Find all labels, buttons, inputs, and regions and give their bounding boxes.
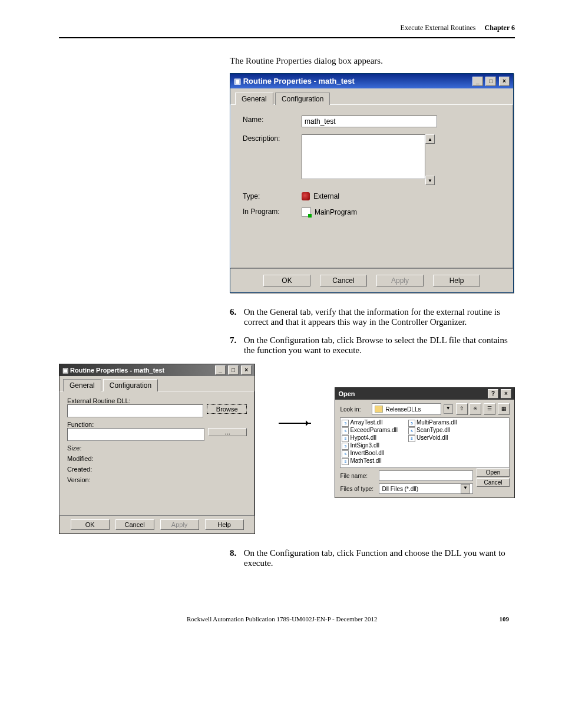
function-ellipsis-button[interactable]: ...	[208, 428, 247, 436]
version-label: Version:	[67, 476, 91, 483]
up-folder-icon[interactable]: ⇧	[456, 403, 468, 415]
dll-icon: s	[408, 427, 415, 434]
dll-icon: s	[342, 435, 349, 442]
help-button[interactable]: ?	[488, 389, 498, 398]
step-8-number: 8.	[230, 548, 242, 558]
file-item[interactable]: sInvertBool.dll	[342, 450, 398, 457]
in-program-value: MainProgram	[315, 208, 357, 216]
tab-panel-configuration: External Routine DLL: Browse Function: .…	[59, 391, 254, 516]
file-item[interactable]: sMultiParams.dll	[408, 419, 457, 427]
lookin-value: ReleaseDLLs	[385, 406, 421, 413]
maximize-button[interactable]: □	[485, 77, 496, 86]
titlebar[interactable]: ▣ Routine Properties - math_test _ □ ×	[230, 74, 513, 88]
close-button[interactable]: ×	[501, 389, 511, 398]
app-icon: ▣	[234, 77, 241, 85]
created-label: Created:	[67, 466, 92, 473]
type-value: External	[313, 192, 339, 200]
dll-icon: s	[408, 435, 415, 442]
close-button[interactable]: ×	[241, 365, 252, 375]
in-program-label: In Program:	[243, 207, 302, 216]
external-icon	[302, 192, 310, 200]
ok-button[interactable]: OK	[71, 519, 110, 530]
function-label: Function:	[67, 421, 247, 428]
step-7-number: 7.	[230, 335, 242, 345]
dialog-title: Routine Properties - math_test	[70, 367, 164, 374]
app-icon: ▣	[62, 367, 68, 374]
new-folder-icon[interactable]: ✳	[470, 403, 481, 415]
help-button[interactable]: Help	[205, 519, 244, 530]
file-item[interactable]: sHypot4.dll	[342, 434, 398, 442]
lookin-dropdown-button[interactable]: ▼	[444, 404, 453, 414]
external-dll-input[interactable]	[67, 404, 203, 417]
maximize-button[interactable]: □	[228, 365, 239, 375]
tab-panel-general: Name: Description: ▲ ▼ Type:	[230, 104, 513, 268]
dll-icon: s	[342, 458, 349, 465]
file-list[interactable]: sArrayTest.dll sExceedParams.dll sHypot4…	[340, 417, 510, 468]
filename-input[interactable]	[379, 470, 473, 481]
tab-configuration[interactable]: Configuration	[103, 379, 158, 391]
section-title: Execute External Routines	[401, 24, 476, 32]
minimize-button[interactable]: _	[215, 365, 226, 375]
dialog-title: Open	[338, 390, 355, 397]
step-6-text: On the General tab, verify that the info…	[244, 307, 500, 327]
apply-button[interactable]: Apply	[376, 275, 424, 286]
ok-button[interactable]: OK	[263, 275, 310, 286]
apply-button[interactable]: Apply	[160, 519, 199, 530]
titlebar[interactable]: ▣ Routine Properties - math_test _ □ ×	[59, 364, 254, 376]
page-header: Execute External Routines Chapter 6	[59, 24, 515, 38]
dialog-title: Routine Properties - math_test	[243, 77, 355, 85]
step-6: 6. On the General tab, verify that the i…	[230, 307, 515, 327]
close-button[interactable]: ×	[499, 77, 510, 86]
open-button[interactable]: Open	[477, 468, 510, 477]
name-input[interactable]	[302, 116, 437, 127]
step-8-text: On the Configuration tab, click Function…	[244, 548, 505, 568]
view-list-icon[interactable]: ☰	[484, 403, 495, 415]
file-item[interactable]: sIntSign3.dll	[342, 442, 398, 450]
description-label: Description:	[243, 134, 302, 143]
folder-icon	[375, 406, 383, 413]
routine-properties-dialog: ▣ Routine Properties - math_test _ □ × G…	[230, 73, 514, 293]
intro-text: The Routine Properties dialog box appear…	[230, 56, 515, 66]
minimize-button[interactable]: _	[472, 77, 483, 86]
filetype-combo[interactable]: Dll Files (*.dll) ▼	[379, 483, 473, 494]
step-6-number: 6.	[230, 307, 242, 317]
name-label: Name:	[243, 116, 302, 124]
file-item[interactable]: sArrayTest.dll	[342, 419, 398, 427]
scroll-down-button[interactable]: ▼	[425, 176, 435, 185]
cancel-button[interactable]: Cancel	[477, 478, 510, 487]
filename-label: File name:	[340, 473, 376, 479]
dll-icon: s	[342, 443, 349, 450]
filetype-dropdown-button[interactable]: ▼	[461, 484, 470, 493]
dll-icon: s	[342, 420, 349, 427]
browse-button[interactable]: Browse	[207, 404, 247, 414]
step-7-text: On the Configuration tab, click Browse t…	[244, 335, 508, 355]
size-label: Size:	[67, 444, 81, 452]
lookin-combo[interactable]: ReleaseDLLs	[372, 403, 441, 415]
file-item[interactable]: sUserVoid.dll	[408, 434, 457, 442]
file-item[interactable]: sExceedParams.dll	[342, 427, 398, 434]
dll-icon: s	[342, 450, 349, 457]
tab-general[interactable]: General	[63, 379, 101, 391]
cancel-button[interactable]: Cancel	[115, 519, 154, 530]
file-item[interactable]: sMathTest.dll	[342, 457, 398, 465]
chapter-label: Chapter 6	[485, 24, 515, 32]
tab-general[interactable]: General	[235, 93, 273, 105]
dll-icon: s	[342, 427, 349, 434]
cancel-button[interactable]: Cancel	[320, 275, 367, 286]
arrow-icon	[279, 423, 311, 424]
step-7: 7. On the Configuration tab, click Brows…	[230, 335, 515, 355]
file-item[interactable]: sScanType.dll	[408, 427, 457, 434]
publication-info: Rockwell Automation Publication 1789-UM0…	[187, 615, 377, 622]
titlebar[interactable]: Open ? ×	[335, 388, 514, 400]
scroll-up-button[interactable]: ▲	[425, 134, 435, 144]
type-label: Type:	[243, 192, 302, 200]
view-details-icon[interactable]: ▦	[498, 403, 510, 415]
external-dll-label: External Routine DLL:	[67, 397, 247, 404]
function-input[interactable]	[67, 428, 204, 441]
page-number: 109	[500, 615, 510, 622]
description-input[interactable]	[302, 134, 425, 179]
program-icon	[302, 207, 311, 217]
lookin-label: Look in:	[340, 406, 369, 413]
help-button[interactable]: Help	[433, 275, 480, 286]
tab-configuration[interactable]: Configuration	[275, 93, 330, 105]
